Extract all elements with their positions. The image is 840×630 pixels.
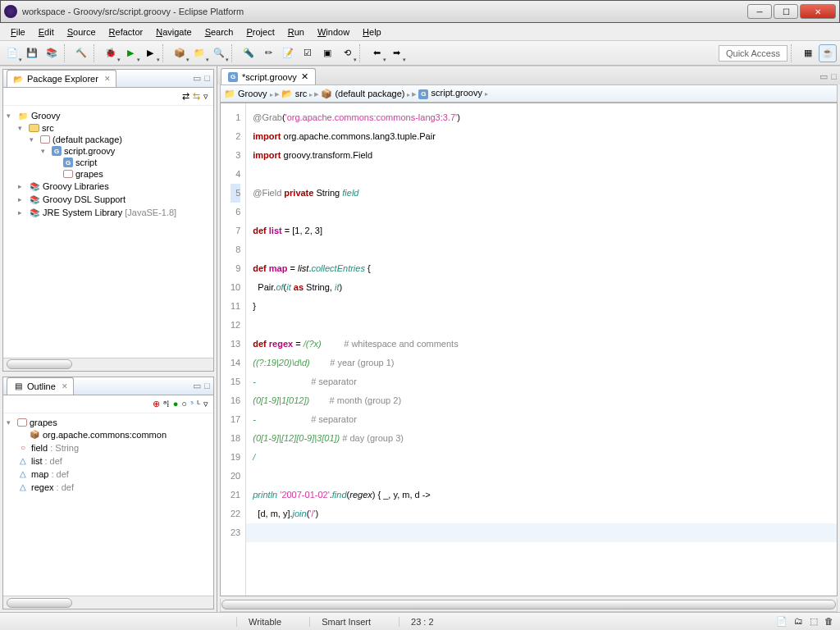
code-editor[interactable]: 1234567891011121314151617181920212223 @G… [220, 103, 838, 596]
status-position: 23 : 2 [399, 617, 445, 627]
outline-item[interactable]: △map : def [5, 468, 212, 481]
status-bar: Writable Smart Insert 23 : 2 📄 🗂 ⬚ 🗑 [0, 612, 840, 630]
search-button[interactable]: 🔦 [240, 44, 258, 62]
status-writable: Writable [236, 617, 293, 627]
menu-project[interactable]: Project [241, 25, 281, 39]
breadcrumb-item[interactable]: 📁 Groovy ▸ [224, 89, 273, 99]
line-number-gutter: 1234567891011121314151617181920212223 [221, 103, 246, 596]
horizontal-scrollbar[interactable] [3, 358, 213, 371]
status-icon[interactable]: ⬚ [810, 616, 818, 627]
sort-icon[interactable]: ⊕ [153, 399, 160, 409]
new-package-button[interactable]: 📁 [190, 44, 208, 62]
minimize-button[interactable]: ─ [747, 4, 772, 19]
horizontal-scrollbar[interactable] [3, 596, 213, 609]
java-perspective-icon[interactable]: ☕ [819, 44, 837, 62]
editor-tab-label: *script.groovy [242, 72, 297, 82]
toggle-button[interactable]: ▣ [318, 44, 336, 62]
outline-item[interactable]: ○field : String [5, 441, 212, 454]
tree-item[interactable]: ▾src [5, 122, 212, 134]
close-icon[interactable]: ✕ [104, 75, 111, 83]
menu-file[interactable]: File [5, 25, 31, 39]
menu-help[interactable]: Help [357, 25, 387, 39]
tree-item[interactable]: ▾(default package) [5, 134, 212, 145]
perspective-button[interactable]: ⟲ [338, 44, 356, 62]
groovy-file-icon: G [228, 72, 238, 82]
close-button[interactable]: ✕ [800, 4, 836, 19]
outline-item[interactable]: △list : def [5, 454, 212, 468]
outline-label: Outline [27, 381, 56, 391]
view-menu-icon[interactable]: ▿ [203, 91, 208, 102]
minimize-view-icon[interactable]: ▭ [193, 381, 201, 391]
editor-horizontal-scrollbar[interactable] [220, 599, 838, 612]
package-explorer-tab[interactable]: 📂 Package Explorer ✕ [7, 70, 116, 87]
package-explorer-tree[interactable]: ▾📁Groovy▾src▾(default package)▾Gscript.g… [3, 106, 213, 358]
menu-refactor[interactable]: Refactor [103, 25, 149, 39]
eclipse-icon [4, 5, 17, 18]
open-perspective-icon[interactable]: ▦ [799, 44, 817, 62]
menu-search[interactable]: Search [199, 25, 240, 39]
outline-item[interactable]: △regex : def [5, 481, 212, 494]
hide-local-icon[interactable]: ᴸ [197, 399, 200, 409]
run-last-button[interactable]: ▶ [141, 44, 159, 62]
breadcrumb-bar[interactable]: 📁 Groovy ▸▸📂 src ▸▸📦 (default package) ▸… [220, 84, 838, 103]
close-icon[interactable]: ✕ [301, 71, 308, 82]
maximize-view-icon[interactable]: □ [204, 381, 210, 391]
link-editor-icon[interactable]: ⇆ [193, 91, 200, 102]
outline-tree[interactable]: ▾grapes📦org.apache.commons:common○field … [3, 413, 213, 596]
tree-item[interactable]: ▸📚Groovy Libraries [5, 180, 212, 193]
breadcrumb-item[interactable]: 📂 src ▸ [281, 89, 313, 99]
menu-window[interactable]: Window [312, 25, 355, 39]
build-button[interactable]: 🔨 [72, 44, 90, 62]
open-type-button[interactable]: 🔍 [210, 44, 228, 62]
back-button[interactable]: ⬅ [368, 44, 386, 62]
new-button[interactable]: 📄 [3, 44, 21, 62]
menu-edit[interactable]: Edit [33, 25, 60, 39]
tree-item[interactable]: Gscript [5, 157, 212, 168]
debug-button[interactable]: 🐞 [102, 44, 120, 62]
code-area[interactable]: @Grab('org.apache.commons:commons-lang3:… [246, 103, 837, 596]
quick-access[interactable]: Quick Access [719, 45, 788, 62]
outline-item[interactable]: 📦org.apache.commons:common [5, 428, 212, 441]
run-button[interactable]: ▶ [121, 44, 139, 62]
minimize-view-icon[interactable]: ▭ [193, 73, 201, 84]
tree-item[interactable]: ▾📁Groovy [5, 109, 212, 122]
editor-tab[interactable]: G *script.groovy ✕ [221, 68, 316, 84]
menu-run[interactable]: Run [282, 25, 310, 39]
close-icon[interactable]: ✕ [62, 382, 68, 390]
tree-item[interactable]: ▸📚Groovy DSL Support [5, 193, 212, 206]
save-button[interactable]: 💾 [23, 44, 41, 62]
task-button[interactable]: ☑ [299, 44, 317, 62]
view-menu-icon[interactable]: ▿ [203, 399, 208, 409]
collapse-all-icon[interactable]: ⇄ [182, 91, 189, 102]
mark-button[interactable]: ✏ [259, 44, 277, 62]
tree-item[interactable]: ▾Gscript.groovy [5, 145, 212, 157]
hide-fields-icon[interactable]: ● [173, 399, 179, 409]
tree-item[interactable]: ▸📚JRE System Library [JavaSE-1.8] [5, 206, 212, 219]
outline-tab[interactable]: ▤ Outline ✕ [7, 377, 74, 395]
tree-item[interactable]: grapes [5, 168, 212, 180]
status-insert: Smart Insert [309, 617, 382, 627]
status-icon[interactable]: 📄 [776, 616, 788, 627]
package-explorer-label: Package Explorer [27, 74, 98, 84]
hide-nonpublic-icon[interactable]: ˢ [190, 399, 194, 409]
status-icon[interactable]: 🗑 [824, 616, 833, 627]
title-bar: workspace - Groovy/src/script.groovy - E… [0, 0, 840, 23]
outline-item[interactable]: ▾grapes [5, 417, 212, 428]
hide-static-icon[interactable]: ○ [181, 399, 187, 409]
outline-icon: ▤ [12, 381, 24, 392]
breadcrumb-item[interactable]: G script.groovy ▸ [418, 88, 487, 99]
breadcrumb-item[interactable]: 📦 (default package) ▸ [321, 89, 410, 99]
minimize-editor-icon[interactable]: ▭ [819, 71, 828, 82]
main-toolbar: 📄 💾 📚 🔨 🐞 ▶ ▶ 📦 📁 🔍 🔦 ✏ 📝 ☑ ▣ ⟲ ⬅ ➡ Quic… [0, 41, 840, 66]
forward-button[interactable]: ➡ [387, 44, 405, 62]
maximize-view-icon[interactable]: □ [204, 73, 210, 84]
status-icon[interactable]: 🗂 [794, 616, 803, 627]
filter-icon[interactable]: ᵃ⁞ [163, 399, 170, 409]
maximize-button[interactable]: ☐ [774, 4, 798, 19]
new-class-button[interactable]: 📦 [171, 44, 189, 62]
annotate-button[interactable]: 📝 [279, 44, 297, 62]
menu-source[interactable]: Source [62, 25, 102, 39]
menu-navigate[interactable]: Navigate [150, 25, 197, 39]
save-all-button[interactable]: 📚 [43, 44, 61, 62]
maximize-editor-icon[interactable]: □ [831, 71, 837, 82]
